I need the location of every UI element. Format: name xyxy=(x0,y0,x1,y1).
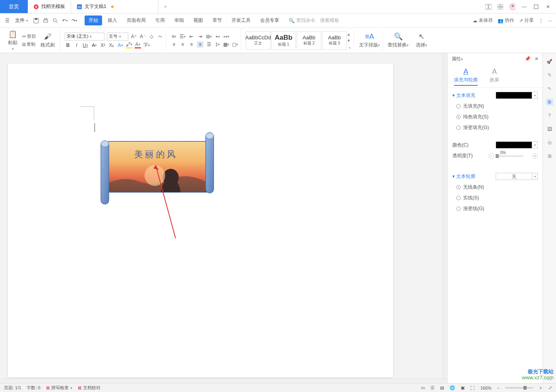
rocket-icon[interactable]: 🚀 xyxy=(546,58,553,65)
radio-gradient-fill[interactable]: 渐变填充(G) xyxy=(452,124,538,131)
tab-icon[interactable]: ⊞▾ xyxy=(206,33,212,40)
pen-icon[interactable]: ✎ xyxy=(546,71,553,79)
menu-view[interactable]: 视图 xyxy=(189,15,207,25)
cut-button[interactable]: ✂剪切 xyxy=(21,33,37,40)
tab-template[interactable]: 找稻壳模板 xyxy=(28,0,71,13)
subscript-button[interactable]: X₂ xyxy=(108,42,115,48)
text-layout-button[interactable]: ≡A 文字排版▾ xyxy=(357,29,383,51)
close-button[interactable]: ✕ xyxy=(545,4,551,10)
zoom-fit-icon[interactable]: ⛶ xyxy=(470,386,475,390)
borders-icon[interactable]: ▢▾ xyxy=(232,41,238,48)
avatar-icon[interactable] xyxy=(509,4,515,10)
status-words[interactable]: 字数: 0 xyxy=(27,385,40,391)
scroll-shape[interactable]: 美 丽 的 风 xyxy=(99,132,216,206)
align-left-icon[interactable]: ≡ xyxy=(171,41,177,48)
view-page-icon[interactable]: ▭ xyxy=(421,385,425,390)
view-read-icon[interactable]: ☰ xyxy=(431,385,434,390)
view-outline-icon[interactable]: ▤ xyxy=(440,385,444,390)
redo-icon[interactable]: ↷▾ xyxy=(70,17,78,25)
image-tool-icon[interactable]: 🖼 xyxy=(546,126,553,133)
menu-member[interactable]: 会员专享 xyxy=(256,15,283,25)
shading-icon[interactable]: ▦▾ xyxy=(223,41,230,48)
menu-review[interactable]: 审阅 xyxy=(170,15,188,25)
minimize-button[interactable]: — xyxy=(521,4,527,10)
section-text-outline[interactable]: ▾ 文本轮廓 xyxy=(452,173,475,180)
select-button[interactable]: ↖ 选择▾ xyxy=(413,32,430,48)
grow-font-icon[interactable]: A⁺ xyxy=(131,33,137,40)
help-icon[interactable]: ? xyxy=(546,112,553,119)
opacity-slider[interactable]: − 0% ＋ xyxy=(488,153,538,159)
shrink-font-icon[interactable]: A⁻ xyxy=(139,33,146,40)
style-h2[interactable]: AaBb标题 2 xyxy=(297,31,321,50)
maximize-button[interactable] xyxy=(533,4,539,10)
zoom-in-icon[interactable]: ＋ xyxy=(539,385,543,391)
zoom-out-icon[interactable]: − xyxy=(497,386,500,390)
ltr-icon[interactable]: ↤ xyxy=(214,33,221,40)
style-up-icon[interactable]: ▴ xyxy=(348,31,351,37)
underline-button[interactable]: U▾ xyxy=(82,42,89,48)
status-proof[interactable]: ⊠文档校对 xyxy=(78,385,100,391)
view-web-icon[interactable]: 🌐 xyxy=(450,385,455,390)
font-color-button[interactable]: A▾ xyxy=(135,42,141,48)
zoom-value[interactable]: 166% xyxy=(480,386,491,390)
tab-effect[interactable]: A效果 xyxy=(490,66,499,86)
style-down-icon[interactable]: ▾ xyxy=(348,38,351,43)
section-text-fill[interactable]: ▾ 文本填充 xyxy=(452,92,475,99)
find-replace-button[interactable]: 🔍 查找替换▾ xyxy=(385,32,411,48)
style-h3[interactable]: AaBb标题 3 xyxy=(322,31,347,50)
clear-format-icon[interactable]: ◇ xyxy=(148,33,154,40)
status-spell[interactable]: ⊠拼写检查▾ xyxy=(46,385,72,391)
fill-swatch-dd[interactable]: ▾ xyxy=(532,92,538,99)
menu-chapter[interactable]: 章节 xyxy=(208,15,226,25)
superscript-button[interactable]: X² xyxy=(100,42,106,48)
numbering-icon[interactable]: ☰▾ xyxy=(180,33,186,40)
collapse-ribbon[interactable]: ︿ xyxy=(548,17,553,24)
status-page[interactable]: 页面: 1/1 xyxy=(4,385,21,391)
align-right-icon[interactable]: ≡ xyxy=(188,41,195,48)
dotgrid-icon[interactable]: ⊞ xyxy=(546,153,553,160)
view-focus-icon[interactable]: ▣ xyxy=(461,385,465,390)
menu-start[interactable]: 开始 xyxy=(85,15,102,25)
distribute-icon[interactable]: ☰ xyxy=(206,41,212,48)
zoom-slider[interactable] xyxy=(505,387,533,388)
horizontal-scrollbar[interactable] xyxy=(0,378,447,383)
rtl-icon[interactable]: ↦▾ xyxy=(223,33,230,40)
color-swatch-dd[interactable]: ▾ xyxy=(532,141,538,149)
file-menu[interactable]: 文件▾ xyxy=(13,17,31,24)
new-tab-button[interactable]: ＋ xyxy=(158,0,172,13)
pin-icon[interactable]: 📌 xyxy=(525,56,531,62)
align-justify-icon[interactable]: ≡ xyxy=(197,41,203,48)
bullets-icon[interactable]: ≡▾ xyxy=(171,33,177,40)
preview-icon[interactable] xyxy=(51,17,59,25)
grid-icon[interactable] xyxy=(497,4,504,10)
document-canvas[interactable]: 美 丽 的 风 xyxy=(0,53,447,383)
radio-gradient-line[interactable]: 渐变线(G) xyxy=(452,205,538,212)
sliders-icon[interactable]: ⚙ xyxy=(546,98,553,106)
phonetic-button[interactable]: 字▾ xyxy=(143,42,150,48)
outdent-icon[interactable]: ⇤ xyxy=(188,33,195,40)
style-h1[interactable]: AaBb标题 1 xyxy=(271,31,296,50)
italic-button[interactable]: I xyxy=(73,42,80,48)
panel-close-icon[interactable]: ✕ xyxy=(535,56,539,62)
font-family-select[interactable]: 宋体 (正文)▾ xyxy=(65,33,104,41)
hamburger-icon[interactable]: ☰ xyxy=(3,17,11,25)
radio-solid-line[interactable]: 实线(S) xyxy=(452,195,538,201)
bold-button[interactable]: B xyxy=(65,42,71,48)
save-icon[interactable] xyxy=(32,17,40,25)
radio-solid-fill[interactable]: 纯色填充(S) xyxy=(452,114,538,120)
more-menu[interactable]: ⋮ xyxy=(539,18,543,23)
style-more-icon[interactable]: ⌄ xyxy=(348,44,351,50)
fullscreen-icon[interactable]: ⤢ xyxy=(548,385,552,390)
tab-fill-outline[interactable]: A填充与轮廓 xyxy=(454,66,478,86)
paste-button[interactable]: 📋 粘贴▾ xyxy=(6,30,20,51)
radio-no-line[interactable]: 无线条(N) xyxy=(452,184,538,191)
fill-swatch[interactable] xyxy=(496,92,532,99)
location-icon[interactable]: ◎ xyxy=(546,139,553,146)
outline-select[interactable]: 无 xyxy=(496,173,532,180)
menu-refer[interactable]: 引用 xyxy=(151,15,169,25)
format-painter-button[interactable]: 🖌 格式刷 xyxy=(38,33,57,48)
undo-icon[interactable]: ↶▾ xyxy=(61,17,69,25)
menu-insert[interactable]: 插入 xyxy=(104,15,121,25)
copy-button[interactable]: ⧉复制 xyxy=(21,41,37,48)
pointer-icon[interactable]: ↖ xyxy=(546,85,553,92)
